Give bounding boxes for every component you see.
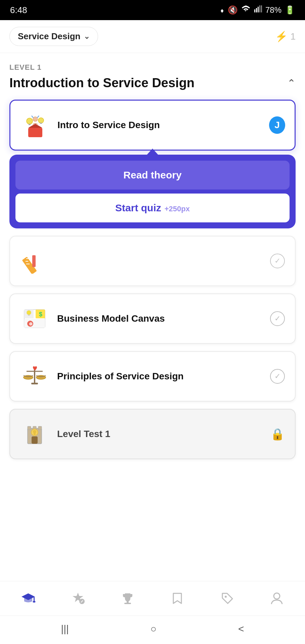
check-icon-business-model: ✓ bbox=[270, 311, 285, 326]
svg-rect-15 bbox=[32, 255, 36, 267]
svg-line-12 bbox=[32, 116, 33, 118]
battery-icon: 🔋 bbox=[285, 5, 295, 15]
lesson-icon-intro bbox=[20, 110, 50, 140]
status-bar: 6:48 ⬧ 🔇 78% 🔋 bbox=[0, 0, 305, 20]
nav-item-tags[interactable] bbox=[214, 587, 241, 612]
svg-point-51 bbox=[274, 593, 280, 599]
lesson-icon-level-test bbox=[19, 419, 50, 449]
level-title: Introduction to Service Design bbox=[9, 76, 287, 90]
lesson-card-level-test[interactable]: Level Test 1 🔒 bbox=[9, 409, 296, 459]
course-selector[interactable]: Service Design ⌄ bbox=[9, 27, 98, 46]
svg-point-7 bbox=[27, 118, 33, 124]
lesson-icon-business-model: $ ⊕ bbox=[19, 304, 50, 334]
level-title-row: Introduction to Service Design ⌃ bbox=[9, 76, 296, 90]
bluetooth-icon: ⬧ bbox=[220, 5, 224, 15]
time-display: 6:48 bbox=[10, 5, 27, 15]
nav-item-achievements[interactable] bbox=[64, 587, 91, 612]
lesson-icon-design-thinking bbox=[19, 246, 50, 276]
lesson-card-principles[interactable]: Principles of Service Design ✓ bbox=[9, 351, 296, 401]
wifi-icon bbox=[241, 4, 251, 16]
svg-text:⊕: ⊕ bbox=[29, 321, 33, 326]
lesson-status-intro: J bbox=[269, 117, 285, 133]
android-home-btn[interactable]: ○ bbox=[144, 621, 163, 637]
svg-rect-11 bbox=[40, 123, 42, 124]
achievements-icon bbox=[71, 591, 85, 609]
android-nav: ||| ○ < bbox=[0, 615, 305, 644]
lesson-card-design-thinking[interactable]: ✓ bbox=[9, 236, 296, 286]
start-quiz-button[interactable]: Start quiz+250px bbox=[15, 194, 290, 222]
svg-point-10 bbox=[38, 118, 44, 123]
nav-item-home[interactable] bbox=[15, 587, 42, 612]
chevron-down-icon: ⌄ bbox=[84, 32, 90, 41]
svg-rect-34 bbox=[28, 426, 31, 430]
lesson-status-design-thinking: ✓ bbox=[269, 253, 286, 269]
svg-rect-4 bbox=[261, 5, 262, 12]
header: Service Design ⌄ ⚡ 1 bbox=[0, 20, 305, 53]
popup-dropdown: Read theory Start quiz+250px bbox=[9, 155, 296, 228]
lesson-title-principles: Principles of Service Design bbox=[57, 371, 262, 382]
lesson-card-business-model[interactable]: $ ⊕ Business Model Canvas ✓ bbox=[9, 293, 296, 344]
svg-rect-36 bbox=[38, 426, 42, 430]
svg-rect-37 bbox=[32, 436, 38, 444]
svg-rect-40 bbox=[34, 433, 36, 435]
svg-rect-0 bbox=[254, 9, 255, 12]
lesson-status-principles: ✓ bbox=[269, 368, 286, 384]
check-icon-design-thinking: ✓ bbox=[270, 254, 285, 268]
svg-rect-48 bbox=[127, 601, 129, 603]
svg-rect-1 bbox=[256, 8, 257, 12]
android-back-btn[interactable]: < bbox=[231, 621, 251, 637]
lesson-card-intro[interactable]: Intro to Service Design J bbox=[9, 100, 296, 151]
nav-item-bookmarks[interactable] bbox=[164, 587, 191, 612]
svg-line-46 bbox=[81, 602, 82, 602]
read-theory-button[interactable]: Read theory bbox=[15, 161, 290, 190]
status-icons: ⬧ 🔇 78% 🔋 bbox=[220, 4, 295, 16]
svg-point-23 bbox=[27, 310, 31, 315]
check-icon-principles: ✓ bbox=[270, 369, 285, 384]
mute-icon: 🔇 bbox=[228, 5, 238, 15]
svg-line-13 bbox=[37, 116, 39, 118]
svg-rect-24 bbox=[28, 315, 30, 316]
svg-rect-3 bbox=[259, 5, 260, 12]
nav-item-leaderboard[interactable] bbox=[114, 587, 141, 612]
nav-item-profile[interactable] bbox=[263, 587, 290, 612]
lesson-status-level-test: 🔒 bbox=[269, 426, 286, 442]
svg-rect-5 bbox=[28, 128, 42, 137]
svg-rect-42 bbox=[34, 597, 35, 601]
tag-icon bbox=[220, 591, 234, 609]
lesson-title-level-test: Level Test 1 bbox=[57, 429, 262, 439]
svg-point-43 bbox=[33, 601, 36, 603]
streak-container: ⚡ 1 bbox=[275, 31, 296, 42]
graduation-cap-icon bbox=[21, 591, 36, 609]
trophy-icon bbox=[120, 591, 135, 609]
lesson-title-intro: Intro to Service Design bbox=[57, 120, 262, 130]
svg-rect-29 bbox=[31, 383, 38, 384]
course-selector-label: Service Design bbox=[18, 31, 80, 42]
android-menu-btn[interactable]: ||| bbox=[54, 621, 75, 637]
bottom-nav: ||| ○ < bbox=[0, 581, 305, 644]
nav-icons-row bbox=[0, 581, 305, 615]
lesson-title-business-model: Business Model Canvas bbox=[57, 313, 262, 324]
signal-icon bbox=[254, 4, 262, 16]
lesson-icon-principles bbox=[19, 361, 50, 391]
lightning-icon: ⚡ bbox=[275, 31, 288, 42]
avatar-badge: J bbox=[269, 116, 285, 134]
bookmark-icon bbox=[170, 591, 185, 609]
svg-point-9 bbox=[33, 117, 38, 121]
streak-count: 1 bbox=[290, 31, 296, 42]
svg-text:$: $ bbox=[39, 311, 42, 318]
svg-rect-49 bbox=[124, 603, 131, 604]
level-label: LEVEL 1 bbox=[9, 63, 296, 72]
collapse-button[interactable]: ⌃ bbox=[287, 77, 296, 89]
svg-point-50 bbox=[225, 596, 227, 598]
profile-icon bbox=[269, 591, 284, 609]
battery-display: 78% bbox=[265, 5, 281, 15]
svg-rect-2 bbox=[258, 7, 259, 12]
svg-rect-8 bbox=[29, 124, 31, 125]
lock-icon: 🔒 bbox=[270, 427, 285, 441]
lesson-status-business-model: ✓ bbox=[269, 311, 286, 327]
main-content: LEVEL 1 Introduction to Service Design ⌃ bbox=[0, 53, 305, 527]
